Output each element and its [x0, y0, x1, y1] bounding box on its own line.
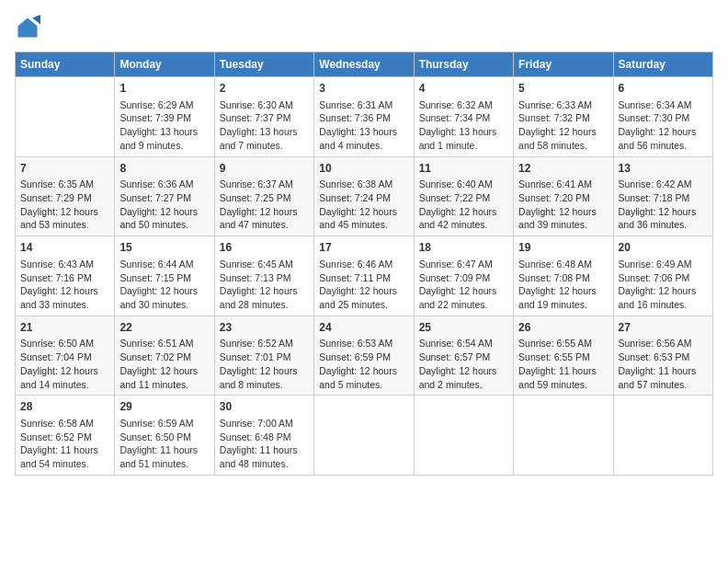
- calendar-cell: 15Sunrise: 6:44 AMSunset: 7:15 PMDayligh…: [115, 236, 214, 316]
- day-info: Sunrise: 6:43 AM: [20, 258, 109, 271]
- day-info: Sunrise: 6:45 AM: [220, 258, 309, 271]
- day-info: Daylight: 13 hours: [220, 125, 309, 139]
- day-info: Daylight: 12 hours: [619, 205, 708, 219]
- day-info: Daylight: 12 hours: [518, 284, 608, 298]
- calendar-cell: [514, 396, 613, 476]
- calendar-cell: 30Sunrise: 7:00 AMSunset: 6:48 PMDayligh…: [214, 396, 313, 476]
- day-info: Sunset: 7:01 PM: [220, 350, 309, 364]
- day-info: Sunrise: 6:33 AM: [518, 98, 608, 112]
- day-info: Sunset: 7:27 PM: [119, 191, 209, 205]
- day-info: Sunset: 7:37 PM: [220, 111, 309, 125]
- day-info: Daylight: 13 hours: [119, 125, 209, 139]
- calendar-cell: 27Sunrise: 6:56 AMSunset: 6:53 PMDayligh…: [613, 316, 712, 396]
- calendar-cell: 18Sunrise: 6:47 AMSunset: 7:09 PMDayligh…: [414, 236, 513, 316]
- calendar-cell: [613, 396, 712, 476]
- day-info: Sunrise: 6:40 AM: [419, 178, 508, 191]
- day-info: Sunset: 6:48 PM: [220, 431, 309, 444]
- day-info: Sunrise: 6:59 AM: [119, 417, 209, 431]
- day-info: and 54 minutes.: [20, 457, 109, 471]
- day-info: Sunset: 7:15 PM: [119, 271, 209, 285]
- day-info: Sunrise: 6:48 AM: [518, 258, 608, 271]
- day-info: Sunrise: 6:35 AM: [20, 178, 109, 191]
- day-number: 23: [220, 320, 309, 336]
- header-wednesday: Wednesday: [314, 52, 414, 77]
- day-number: 30: [220, 399, 309, 415]
- header-thursday: Thursday: [414, 52, 513, 77]
- day-number: 11: [419, 161, 508, 177]
- day-info: Sunset: 7:29 PM: [20, 191, 109, 205]
- day-number: 8: [119, 161, 209, 177]
- day-info: Daylight: 12 hours: [518, 205, 608, 219]
- day-info: and 1 minute.: [419, 139, 508, 153]
- calendar-cell: 29Sunrise: 6:59 AMSunset: 6:50 PMDayligh…: [115, 396, 214, 476]
- day-info: Daylight: 12 hours: [220, 284, 309, 298]
- calendar-cell: 25Sunrise: 6:54 AMSunset: 6:57 PMDayligh…: [414, 316, 513, 396]
- day-info: and 58 minutes.: [518, 139, 608, 153]
- day-info: and 22 minutes.: [419, 298, 508, 312]
- day-info: and 33 minutes.: [20, 298, 109, 312]
- day-info: Daylight: 12 hours: [20, 205, 109, 219]
- day-number: 17: [319, 240, 408, 256]
- day-number: 2: [220, 81, 309, 97]
- day-info: Daylight: 12 hours: [319, 205, 408, 219]
- day-info: and 48 minutes.: [220, 457, 309, 471]
- day-info: Sunset: 6:52 PM: [20, 431, 109, 444]
- day-info: Sunset: 7:20 PM: [518, 191, 608, 205]
- calendar-cell: 4Sunrise: 6:32 AMSunset: 7:34 PMDaylight…: [414, 77, 513, 157]
- day-info: Sunset: 7:04 PM: [20, 350, 109, 364]
- day-number: 24: [319, 320, 408, 336]
- day-number: 5: [518, 81, 608, 97]
- calendar-week-2: 7Sunrise: 6:35 AMSunset: 7:29 PMDaylight…: [16, 156, 713, 236]
- day-info: and 53 minutes.: [20, 218, 109, 232]
- day-info: Daylight: 11 hours: [220, 443, 309, 457]
- day-info: Sunrise: 7:00 AM: [220, 417, 309, 431]
- day-info: Sunrise: 6:44 AM: [119, 258, 209, 271]
- day-info: Daylight: 12 hours: [220, 205, 309, 219]
- calendar-cell: 8Sunrise: 6:36 AMSunset: 7:27 PMDaylight…: [115, 156, 214, 236]
- calendar-cell: 5Sunrise: 6:33 AMSunset: 7:32 PMDaylight…: [514, 77, 613, 157]
- day-info: Daylight: 12 hours: [119, 364, 209, 378]
- day-info: Daylight: 12 hours: [518, 125, 608, 139]
- day-number: 1: [119, 81, 209, 97]
- day-info: Daylight: 12 hours: [419, 205, 508, 219]
- day-info: Daylight: 12 hours: [319, 364, 408, 378]
- day-info: and 28 minutes.: [220, 298, 309, 312]
- day-info: and 42 minutes.: [419, 218, 508, 232]
- day-info: Sunrise: 6:49 AM: [619, 258, 708, 271]
- day-info: and 30 minutes.: [119, 298, 209, 312]
- header-monday: Monday: [115, 52, 214, 77]
- day-info: Daylight: 11 hours: [518, 364, 608, 378]
- page-header: [15, 15, 713, 40]
- day-info: and 47 minutes.: [220, 218, 309, 232]
- day-info: Daylight: 11 hours: [619, 364, 708, 378]
- day-number: 27: [619, 320, 708, 336]
- day-info: and 19 minutes.: [518, 298, 608, 312]
- day-number: 10: [319, 161, 408, 177]
- logo-icon: [15, 15, 40, 40]
- day-info: and 16 minutes.: [619, 298, 708, 312]
- day-info: Sunset: 7:24 PM: [319, 191, 408, 205]
- calendar-cell: 2Sunrise: 6:30 AMSunset: 7:37 PMDaylight…: [214, 77, 313, 157]
- calendar-cell: [414, 396, 513, 476]
- day-info: Sunrise: 6:38 AM: [319, 178, 408, 191]
- day-number: 3: [319, 81, 408, 97]
- calendar-cell: 1Sunrise: 6:29 AMSunset: 7:39 PMDaylight…: [115, 77, 214, 157]
- calendar-cell: 12Sunrise: 6:41 AMSunset: 7:20 PMDayligh…: [514, 156, 613, 236]
- calendar-cell: 14Sunrise: 6:43 AMSunset: 7:16 PMDayligh…: [16, 236, 115, 316]
- day-info: Sunrise: 6:31 AM: [319, 98, 408, 112]
- day-info: Sunrise: 6:30 AM: [220, 98, 309, 112]
- calendar-cell: 23Sunrise: 6:52 AMSunset: 7:01 PMDayligh…: [214, 316, 313, 396]
- day-info: Sunset: 7:13 PM: [220, 271, 309, 285]
- day-info: Sunset: 6:57 PM: [419, 350, 508, 364]
- day-info: and 9 minutes.: [119, 139, 209, 153]
- day-number: 18: [419, 240, 508, 256]
- day-info: and 50 minutes.: [119, 218, 209, 232]
- day-number: 28: [20, 399, 109, 415]
- day-number: 6: [619, 81, 708, 97]
- calendar-cell: 10Sunrise: 6:38 AMSunset: 7:24 PMDayligh…: [314, 156, 414, 236]
- day-info: Daylight: 13 hours: [319, 125, 408, 139]
- day-number: 12: [518, 161, 608, 177]
- calendar-header-row: SundayMondayTuesdayWednesdayThursdayFrid…: [16, 52, 713, 77]
- calendar-cell: 11Sunrise: 6:40 AMSunset: 7:22 PMDayligh…: [414, 156, 513, 236]
- day-info: Daylight: 13 hours: [419, 125, 508, 139]
